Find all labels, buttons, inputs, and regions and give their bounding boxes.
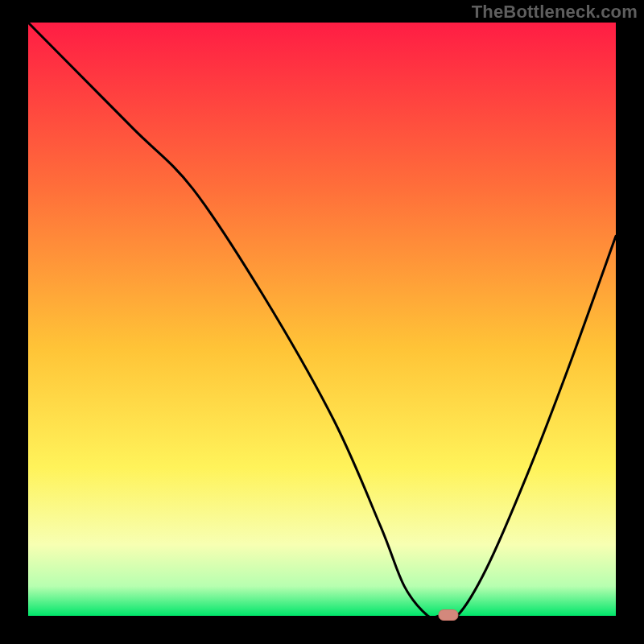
bottleneck-chart <box>0 0 644 644</box>
watermark-text: TheBottleneck.com <box>472 2 638 23</box>
optimal-marker <box>439 610 458 621</box>
chart-frame: TheBottleneck.com <box>0 0 644 644</box>
